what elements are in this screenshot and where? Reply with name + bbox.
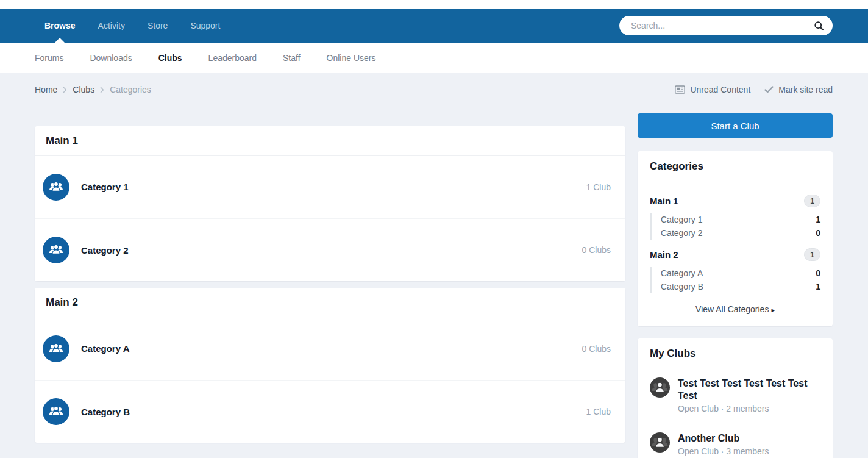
nav-item-browse-label: Browse <box>44 21 76 30</box>
category-row-category-1[interactable]: Category 1 1 Club <box>35 156 625 218</box>
my-clubs-widget-header: My Clubs <box>638 338 833 368</box>
caret-right-icon: ▸ <box>771 306 775 313</box>
subnav-item-online-users[interactable]: Online Users <box>327 53 376 63</box>
category-item-count: 1 <box>816 282 820 292</box>
category-list-item: Category 2 0 <box>661 226 820 240</box>
club-name-link[interactable]: Another Club <box>678 432 769 445</box>
subnav-item-downloads[interactable]: Downloads <box>90 53 132 63</box>
category-link[interactable]: Category B <box>81 407 130 417</box>
club-list-item[interactable]: Test Test Test Test Test Test Test Open … <box>638 368 833 423</box>
chevron-right-icon <box>100 87 104 93</box>
primary-nav: Browse Activity Store Support <box>0 9 868 43</box>
category-item-count: 1 <box>816 215 820 224</box>
category-item-link[interactable]: Category 2 <box>661 228 702 238</box>
category-group-link[interactable]: Main 2 <box>650 249 678 260</box>
club-meta: Open Club · 2 members <box>678 404 820 413</box>
nav-item-browse[interactable]: Browse <box>44 9 76 43</box>
subnav-item-forums[interactable]: Forums <box>35 53 63 63</box>
categories-widget: Categories Main 1 1 Category 1 1 Categor… <box>638 151 833 326</box>
sidebar: Start a Club Categories Main 1 1 Categor… <box>638 113 833 458</box>
section-header: Main 1 <box>35 126 625 156</box>
category-row-category-b[interactable]: Category B 1 Club <box>35 380 625 443</box>
users-group-icon <box>43 237 69 263</box>
category-link[interactable]: Category 1 <box>81 182 129 192</box>
mark-site-read-link[interactable]: Mark site read <box>764 85 833 95</box>
club-list-item[interactable]: Another Club Open Club · 3 members <box>638 423 833 458</box>
category-item-count: 0 <box>816 268 820 278</box>
section-title: Main 1 <box>46 135 614 147</box>
categories-widget-title: Categories <box>650 160 820 173</box>
category-link[interactable]: Category A <box>81 343 129 354</box>
nav-item-activity[interactable]: Activity <box>98 9 125 43</box>
section-header: Main 2 <box>35 288 625 317</box>
main-column: Main 1 Category 1 1 Club Category 2 0 Cl… <box>35 126 625 449</box>
category-section-main-2: Main 2 Category A 0 Clubs Category B 1 C… <box>35 288 625 443</box>
content-area: Main 1 Category 1 1 Club Category 2 0 Cl… <box>0 113 868 458</box>
search-button[interactable] <box>814 21 824 31</box>
category-club-count: 1 Club <box>586 407 611 417</box>
view-all-categories-link[interactable]: View All Categories▸ <box>650 304 820 314</box>
start-a-club-button[interactable]: Start a Club <box>638 113 833 138</box>
subnav-item-clubs[interactable]: Clubs <box>158 53 182 63</box>
category-item-link[interactable]: Category A <box>661 268 703 278</box>
view-all-categories-label: View All Categories <box>695 304 769 314</box>
club-avatar-icon <box>650 432 670 453</box>
club-info: Test Test Test Test Test Test Test Open … <box>678 377 820 413</box>
primary-nav-items: Browse Activity Store Support <box>44 9 220 43</box>
club-info: Another Club Open Club · 3 members <box>678 432 769 456</box>
club-name-link[interactable]: Test Test Test Test Test Test Test <box>678 377 820 402</box>
subnav-item-staff[interactable]: Staff <box>283 53 301 63</box>
category-item-count: 0 <box>816 228 820 238</box>
search-icon <box>814 21 824 31</box>
my-clubs-widget-title: My Clubs <box>650 348 820 360</box>
category-row-category-a[interactable]: Category A 0 Clubs <box>35 317 625 380</box>
category-list-item: Category 1 1 <box>661 213 820 226</box>
breadcrumb-home[interactable]: Home <box>35 85 57 95</box>
categories-widget-body: Main 1 1 Category 1 1 Category 2 0 Main … <box>638 181 833 326</box>
section-title: Main 2 <box>46 296 614 309</box>
breadcrumb-categories: Categories <box>110 85 151 95</box>
category-link[interactable]: Category 2 <box>81 245 129 256</box>
category-item-link[interactable]: Category B <box>661 282 703 292</box>
category-group-items: Category A 0 Category B 1 <box>650 267 820 293</box>
category-section-main-1: Main 1 Category 1 1 Club Category 2 0 Cl… <box>35 126 625 281</box>
secondary-nav: Forums Downloads Clubs Leaderboard Staff… <box>0 43 868 73</box>
category-group-link[interactable]: Main 1 <box>650 196 678 206</box>
subnav-item-leaderboard[interactable]: Leaderboard <box>208 53 257 63</box>
users-group-icon <box>43 398 69 425</box>
club-avatar-icon <box>650 377 670 398</box>
nav-item-store[interactable]: Store <box>148 9 168 43</box>
breadcrumb-clubs[interactable]: Clubs <box>73 85 94 95</box>
category-row-category-2[interactable]: Category 2 0 Clubs <box>35 218 625 281</box>
category-group-items: Category 1 1 Category 2 0 <box>650 213 820 240</box>
categories-widget-header: Categories <box>638 151 833 181</box>
newspaper-icon <box>675 85 685 94</box>
nav-item-support-label: Support <box>190 21 220 30</box>
unread-content-label: Unread Content <box>690 85 750 95</box>
my-clubs-list: Test Test Test Test Test Test Test Open … <box>638 368 833 458</box>
nav-item-activity-label: Activity <box>98 21 125 30</box>
breadcrumb-row: Home Clubs Categories Unread Content Mar… <box>0 73 868 113</box>
breadcrumb: Home Clubs Categories <box>35 85 151 95</box>
category-group-badge: 1 <box>804 195 820 207</box>
page-top-strip <box>0 0 868 9</box>
mark-site-read-label: Mark site read <box>778 85 833 95</box>
check-icon <box>764 86 774 93</box>
category-group-main-2: Main 2 1 <box>650 248 820 261</box>
chevron-right-icon <box>63 87 67 93</box>
category-club-count: 0 Clubs <box>582 344 611 354</box>
unread-content-link[interactable]: Unread Content <box>675 85 750 95</box>
category-club-count: 0 Clubs <box>582 245 611 255</box>
breadcrumb-actions: Unread Content Mark site read <box>675 85 833 95</box>
category-item-link[interactable]: Category 1 <box>661 215 702 224</box>
nav-item-store-label: Store <box>148 21 168 30</box>
category-group-badge: 1 <box>804 248 820 261</box>
category-club-count: 1 Club <box>586 182 611 192</box>
category-list-item: Category B 1 <box>661 280 820 293</box>
search-box[interactable] <box>619 16 833 35</box>
club-meta: Open Club · 3 members <box>678 446 769 456</box>
search-input[interactable] <box>631 21 814 30</box>
users-group-icon <box>43 335 69 362</box>
nav-item-support[interactable]: Support <box>190 9 220 43</box>
category-list-item: Category A 0 <box>661 267 820 280</box>
